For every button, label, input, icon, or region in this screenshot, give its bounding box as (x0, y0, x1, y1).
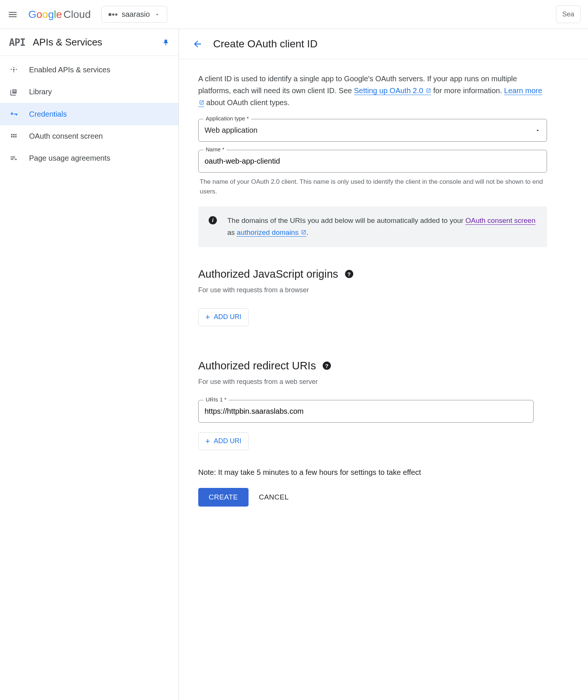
redirect-uri-field: URIs 1 * (198, 400, 534, 423)
sidebar-item-enabled-apis[interactable]: Enabled APIs & services (0, 59, 178, 81)
pin-button[interactable] (162, 39, 170, 46)
redirect-uris-title: Authorized redirect URIs (198, 360, 316, 372)
sidebar-title: APIs & Services (33, 37, 102, 48)
create-button[interactable]: CREATE (198, 488, 249, 507)
external-link-icon (199, 100, 204, 105)
arrow-back-icon (192, 39, 203, 49)
api-badge: API (9, 37, 25, 48)
project-icon (108, 13, 117, 16)
external-link-icon (426, 88, 431, 93)
sidebar-item-page-usage-agreements[interactable]: Page usage agreements (0, 147, 178, 169)
sidebar-header: API APIs & Services (0, 29, 178, 56)
plus-icon: + (205, 312, 210, 322)
application-type-field: Application type * Web application (198, 119, 547, 142)
name-label: Name * (203, 146, 227, 152)
sidebar-item-label: Page usage agreements (29, 154, 110, 163)
application-type-label: Application type * (203, 115, 251, 122)
back-button[interactable] (192, 39, 203, 49)
content: A client ID is used to identify a single… (179, 59, 566, 520)
key-icon (9, 110, 19, 119)
sidebar-item-credentials[interactable]: Credentials (0, 103, 178, 125)
main-header: Create OAuth client ID (179, 29, 588, 59)
plus-icon: + (205, 436, 210, 446)
form-actions: CREATE CANCEL (198, 488, 547, 507)
cloud-label: Cloud (63, 9, 91, 21)
add-js-origin-button[interactable]: + ADD URI (198, 308, 249, 326)
dropdown-arrow-icon (154, 12, 160, 18)
sidebar-item-label: Enabled APIs & services (29, 66, 110, 74)
info-icon: i (209, 216, 217, 224)
name-helper-text: The name of your OAuth 2.0 client. This … (200, 177, 546, 196)
consent-icon (9, 132, 19, 141)
js-origins-title: Authorized JavaScript origins (198, 268, 338, 280)
enabled-apis-icon (9, 66, 19, 74)
sidebar-item-oauth-consent[interactable]: OAuth consent screen (0, 125, 178, 147)
info-text: The domains of the URIs you add below wi… (227, 215, 537, 239)
dropdown-arrow-icon (535, 127, 541, 133)
top-header: Google Cloud saarasio Sea (0, 0, 588, 29)
google-wordmark: Google (28, 9, 62, 21)
sidebar-item-library[interactable]: Library (0, 81, 178, 103)
sidebar-item-label: OAuth consent screen (29, 132, 103, 141)
js-origins-desc: For use with requests from a browser (198, 286, 547, 294)
sidebar-item-label: Library (29, 88, 52, 96)
application-type-select[interactable]: Web application (198, 119, 547, 142)
name-field-wrapper: Name * (198, 150, 547, 173)
sidebar-nav: Enabled APIs & services Library Credenti… (0, 56, 178, 172)
search-placeholder: Sea (562, 10, 574, 18)
page-title: Create OAuth client ID (213, 38, 317, 50)
redirect-uris-header: Authorized redirect URIs ? (198, 360, 547, 372)
setup-oauth-link[interactable]: Setting up OAuth 2.0 (354, 86, 431, 95)
hamburger-icon (7, 9, 18, 20)
oauth-consent-link[interactable]: OAuth consent screen (465, 217, 535, 225)
agreements-icon (9, 154, 19, 163)
redirect-uri-label: URIs 1 * (203, 396, 229, 403)
redirect-uri-input[interactable] (205, 407, 527, 416)
main-area: Create OAuth client ID A client ID is us… (179, 29, 588, 700)
help-icon[interactable]: ? (323, 362, 331, 370)
redirect-uris-desc: For use with requests from a web server (198, 378, 547, 386)
name-input[interactable] (205, 157, 541, 165)
cancel-button[interactable]: CANCEL (259, 493, 289, 501)
library-icon (9, 88, 19, 96)
settings-delay-note: Note: It may take 5 minutes to a few hou… (198, 468, 547, 477)
main-menu-button[interactable] (7, 9, 18, 20)
search-input[interactable]: Sea (556, 6, 581, 23)
sidebar: API APIs & Services Enabled APIs & servi… (0, 29, 179, 700)
application-type-value: Web application (205, 126, 257, 135)
info-box: i The domains of the URIs you add below … (198, 206, 547, 247)
pin-icon (162, 39, 170, 46)
google-cloud-logo[interactable]: Google Cloud (28, 9, 91, 21)
js-origins-header: Authorized JavaScript origins ? (198, 268, 547, 280)
project-name: saarasio (122, 10, 150, 19)
external-link-icon (301, 230, 306, 235)
help-icon[interactable]: ? (345, 270, 353, 278)
project-selector[interactable]: saarasio (101, 6, 168, 23)
sidebar-item-label: Credentials (29, 110, 67, 119)
authorized-domains-link[interactable]: authorized domains (237, 228, 306, 237)
add-redirect-uri-button[interactable]: + ADD URI (198, 432, 249, 450)
intro-text: A client ID is used to identify a single… (198, 73, 547, 108)
